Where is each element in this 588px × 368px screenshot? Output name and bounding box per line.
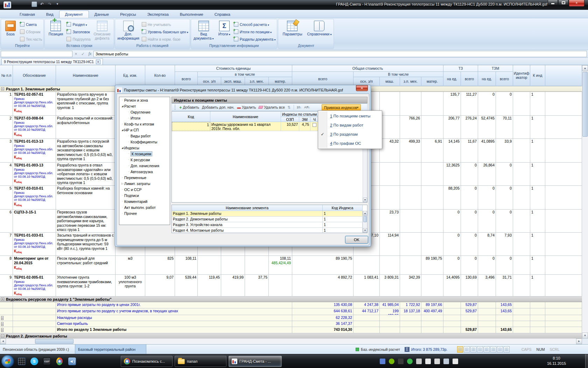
- section-expander-icon[interactable]: −: [1, 334, 4, 338]
- grid-cell[interactable]: +: [0, 321, 13, 327]
- scroll-left-icon[interactable]: ◄: [0, 339, 6, 344]
- grid-cell[interactable]: 41 985,04: [380, 302, 400, 308]
- grid-cell[interactable]: 100 м3 уплотненного грунта: [115, 275, 145, 296]
- grid-cell[interactable]: 111,27: [461, 92, 478, 115]
- grid-cell[interactable]: 5: [0, 186, 13, 209]
- grid-cell[interactable]: 23,73: [380, 210, 400, 232]
- grid-cell[interactable]: [443, 327, 461, 333]
- tree-item-акт-выполн-работ[interactable]: ·Акт выполн. работ: [119, 204, 170, 210]
- grid-cell[interactable]: 4 892,72: [292, 275, 354, 296]
- estimate-row[interactable]: 9ТЕР01-02-005-01ПриказДепарт.градостр.Пе…: [0, 275, 582, 297]
- grid-cell[interactable]: 0: [496, 210, 513, 232]
- grid-cell[interactable]: [380, 116, 400, 138]
- grid-cell[interactable]: ТЕР27-03-008-04ПриказДепарт.градостр.Пен…: [13, 116, 56, 138]
- grid-cell[interactable]: Итого прямые затраты по разделу с учетом…: [56, 308, 292, 315]
- formula-input[interactable]: Земляные работы: [93, 51, 587, 57]
- grid-cell[interactable]: [380, 92, 400, 115]
- cell-reference-box[interactable]: [1, 51, 72, 57]
- grid-cell[interactable]: [513, 327, 530, 333]
- grid-cell[interactable]: [545, 116, 582, 138]
- app-icon[interactable]: [4, 1, 11, 8]
- function-icon[interactable]: fx: [86, 51, 93, 56]
- ribbon-tab-Документ[interactable]: Документ: [59, 11, 89, 18]
- grid-cell[interactable]: 89 190,75: [292, 256, 354, 274]
- grid-cell[interactable]: 1: [530, 163, 545, 185]
- grid-cell[interactable]: Итого прямые затраты по разделу в ценах …: [56, 302, 292, 308]
- summary-row[interactable]: +Сметная прибыль36 147,37: [0, 321, 582, 327]
- grid-cell[interactable]: [380, 315, 400, 321]
- grid-cell[interactable]: [400, 92, 421, 115]
- grid-cell[interactable]: [513, 116, 530, 138]
- grid-cell[interactable]: [545, 315, 582, 321]
- tree-item-индексы[interactable]: ◢Индексы: [119, 145, 170, 151]
- document-tab[interactable]: 9 Реконструкция теплотрассы 11 между ТК1…: [1, 58, 103, 65]
- grid-cell[interactable]: 119,45: [198, 275, 221, 296]
- grid-cell[interactable]: [400, 210, 421, 232]
- view-mode-icon[interactable]: [497, 346, 503, 353]
- grid-cell[interactable]: Накладные расходы: [56, 315, 292, 321]
- bind-row[interactable]: Раздел 4. Монтажные работы1: [172, 228, 367, 233]
- scrollbar-thumb[interactable]: [35, 339, 74, 344]
- kmp-player-icon[interactable]: KMP: [42, 356, 52, 366]
- grid-cell[interactable]: Уплотнение грунта пневматическими трамбо…: [56, 275, 115, 296]
- grid-cell[interactable]: 4 247,38: [354, 302, 380, 308]
- element-name[interactable]: Раздел 2. Демонтажные работы: [172, 217, 323, 222]
- grid-cell[interactable]: 88,205: [443, 186, 461, 209]
- tray-icon-4[interactable]: [407, 359, 413, 364]
- grid-cell[interactable]: 400 497,49: [421, 308, 443, 315]
- tray-icon-3[interactable]: [398, 359, 404, 364]
- grid-cell[interactable]: 108,11485,42/4,49: [269, 256, 292, 274]
- view-mode-icon[interactable]: [490, 346, 496, 353]
- grid-cell[interactable]: +: [0, 315, 13, 321]
- index-code[interactable]: 1: [323, 228, 363, 233]
- grid-cell[interactable]: [545, 186, 582, 209]
- checkbox[interactable]: [313, 123, 316, 127]
- grid-cell[interactable]: 14,145: [443, 139, 461, 162]
- grid-cell[interactable]: [545, 92, 582, 115]
- ribbon-tab-Экспертиза[interactable]: Экспертиза: [142, 11, 174, 18]
- grid-cell[interactable]: 1: [530, 186, 545, 209]
- tray-icon-5[interactable]: [416, 359, 422, 364]
- element-name[interactable]: Раздел 4. Монтажные работы: [172, 228, 323, 233]
- redo-icon[interactable]: ↷: [47, 1, 52, 7]
- tree-item-прочее[interactable]: ·Прочее: [119, 210, 170, 216]
- grid-cell[interactable]: [354, 256, 380, 274]
- grid-cell[interactable]: 743 014,30: [292, 327, 354, 333]
- grid-cell[interactable]: 143,65: [496, 308, 513, 315]
- view-mode-icon[interactable]: [477, 346, 483, 353]
- grid-cell[interactable]: [13, 327, 56, 333]
- tree-item-итоги[interactable]: ·Итоги: [119, 115, 170, 121]
- add-extra-button[interactable]: Добавить доп. нач.: [202, 105, 234, 109]
- grid-cell[interactable]: 825: [145, 256, 175, 274]
- grid-cell[interactable]: 1: [530, 139, 545, 162]
- tree-item-регион-и-зона[interactable]: ·Регион и зона: [119, 97, 170, 103]
- taskbar-window-1[interactable]: Познакомлюсь с...: [121, 356, 173, 367]
- grid-cell[interactable]: [513, 302, 530, 308]
- grid-cell[interactable]: Перевозка грузов автомобилями-самосвалам…: [56, 210, 115, 232]
- qat-dropdown-icon[interactable]: ▼: [55, 1, 60, 7]
- bind-row[interactable]: Раздел 1. Земляные работы1: [172, 211, 367, 217]
- grid-cell[interactable]: ТЕР27-03-010-01ПриказДепарт.градостр.Пен…: [13, 186, 56, 209]
- grid-cell[interactable]: 539,44: [175, 275, 198, 296]
- taskbar-window-2[interactable]: папап: [175, 356, 226, 367]
- grid-cell[interactable]: 14,4095: [443, 275, 461, 296]
- taskbar-window-3[interactable]: ГРАНД-Смета - ...: [229, 356, 282, 367]
- scroll-down-icon[interactable]: ▼: [582, 333, 588, 339]
- grid-cell[interactable]: [530, 315, 545, 321]
- ok-button[interactable]: OK: [345, 236, 368, 244]
- tree-item-коэффициенты[interactable]: ·Коэффициенты: [119, 139, 170, 145]
- grid-cell[interactable]: [0, 308, 13, 315]
- tree-item-ос-и-сср[interactable]: ·ОС и ССР: [119, 186, 170, 192]
- вид-документа-button[interactable]: Вид документа: [192, 20, 215, 43]
- grid-cell[interactable]: 8,74: [478, 233, 496, 255]
- ribbon-tab-Справка[interactable]: Справка: [209, 11, 236, 18]
- summary-row[interactable]: Итого прямые затраты по разделу в ценах …: [0, 302, 582, 308]
- grid-cell[interactable]: [354, 315, 380, 321]
- tree-item-переменные[interactable]: ·Переменные: [119, 175, 170, 180]
- grid-cell[interactable]: 1: [530, 256, 545, 274]
- grid-cell[interactable]: [380, 256, 400, 274]
- grid-cell[interactable]: 6: [0, 210, 13, 232]
- grid-cell[interactable]: 18 137,18: [400, 308, 421, 315]
- grid-cell[interactable]: 31,71: [496, 275, 513, 296]
- grid-cell[interactable]: 529,87: [461, 302, 478, 308]
